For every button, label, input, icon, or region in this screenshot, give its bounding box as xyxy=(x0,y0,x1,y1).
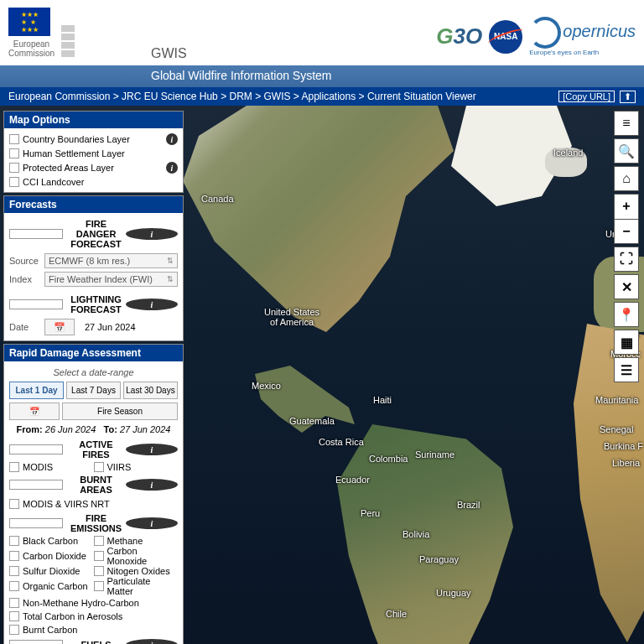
breadcrumb-link[interactable]: GWIS xyxy=(264,91,291,102)
info-icon[interactable]: i xyxy=(126,517,178,529)
ec-logo: ★ ★ ★★ ★★ ★ ★ European Commission xyxy=(8,8,75,58)
info-icon[interactable]: i xyxy=(126,299,178,310)
copy-url-button[interactable]: [Copy URL] xyxy=(558,91,615,102)
breadcrumb-link[interactable]: European Commission xyxy=(8,91,110,102)
calendar-button[interactable]: 📅 xyxy=(44,319,75,335)
date-label: Date xyxy=(9,322,41,332)
fe-checkbox[interactable] xyxy=(9,536,19,546)
fe-label: Methane xyxy=(107,536,143,546)
fire-danger-checkbox[interactable] xyxy=(9,229,63,239)
fuels-label: FUELS xyxy=(70,640,122,644)
index-label: Index xyxy=(9,274,41,284)
collapse-button[interactable]: ⬆ xyxy=(620,91,636,103)
fe-checkbox[interactable] xyxy=(94,581,104,591)
active-fires-checkbox[interactable] xyxy=(9,444,63,454)
gwis-short-title: GWIS xyxy=(151,46,187,61)
lightning-checkbox[interactable] xyxy=(9,299,63,309)
fire-emissions-checkbox[interactable] xyxy=(9,518,63,528)
partner-logos: G3O NASA opernicusEurope's eyes on Earth xyxy=(436,17,636,56)
calendar-range-button[interactable]: 📅 xyxy=(9,402,60,420)
grid-icon[interactable]: ▦ xyxy=(614,330,639,355)
burnt-areas-label: BURNT AREAS xyxy=(70,475,122,495)
map-tools: ≡🔍⌂+−⛶✕📍▦☰ xyxy=(614,111,639,385)
breadcrumb-link[interactable]: JRC EU Science Hub xyxy=(122,91,218,102)
rda-panel: Rapid Damage Assessment Select a date-ra… xyxy=(3,344,184,644)
map-options-header[interactable]: Map Options xyxy=(4,112,183,128)
header-white: ★ ★ ★★ ★★ ★ ★ European Commission GWIS G… xyxy=(0,0,644,65)
marker-icon[interactable]: 📍 xyxy=(614,302,639,327)
nasa-logo: NASA xyxy=(489,20,522,54)
fe-checkbox[interactable] xyxy=(9,581,19,591)
fe-label: Nitogen Oxides xyxy=(107,566,170,576)
breadcrumb-link[interactable]: Current Situation Viewer xyxy=(367,91,476,102)
forecasts-header[interactable]: Forecasts xyxy=(4,196,183,213)
layer-checkbox[interactable] xyxy=(9,148,19,158)
rda-header[interactable]: Rapid Damage Assessment xyxy=(4,345,183,361)
breadcrumb-link[interactable]: DRM xyxy=(229,91,252,102)
fullscreen-icon[interactable]: ⛶ xyxy=(614,247,639,272)
info-icon[interactable]: i xyxy=(126,228,178,240)
fe-checkbox[interactable] xyxy=(9,611,19,621)
layer-label: Human Settlement Layer xyxy=(23,148,125,158)
fe-label: Non-Methane Hydro-Carbon xyxy=(23,598,139,608)
date-range-display: From: 26 Jun 2024 To: 27 Jun 2024 xyxy=(9,422,178,437)
layer-label: Country Boundaries Layer xyxy=(23,134,130,144)
lightning-label: LIGHTNING FORECAST xyxy=(70,294,122,314)
zoom-in-icon[interactable]: + xyxy=(615,195,638,220)
burnt-areas-checkbox[interactable] xyxy=(9,480,63,490)
fe-label: Sulfur Dioxide xyxy=(23,566,80,576)
fe-checkbox[interactable] xyxy=(9,598,19,608)
af-checkbox[interactable] xyxy=(9,462,19,472)
info-icon[interactable]: i xyxy=(166,162,178,174)
fire-emissions-label: FIRE EMISSIONS xyxy=(70,513,122,533)
title-bar: Global Wildfire Information System xyxy=(0,65,644,87)
layer-checkbox[interactable] xyxy=(9,134,19,144)
breadcrumb-path[interactable]: European Commission > JRC EU Science Hub… xyxy=(8,91,476,102)
breadcrumb-link[interactable]: Applications xyxy=(302,91,356,102)
source-label: Source xyxy=(9,256,41,266)
index-select[interactable]: Fire Weather Index (FWI) xyxy=(44,272,178,287)
forecasts-panel: Forecasts FIRE DANGER FORECASTi SourceEC… xyxy=(3,195,184,341)
zoom-out-icon[interactable]: − xyxy=(615,220,638,244)
main-area: CanadaUnited States of AmericaIcelandMex… xyxy=(0,106,644,644)
fe-label: Organic Carbon xyxy=(23,581,88,591)
home-icon[interactable]: ⌂ xyxy=(614,166,639,191)
layer-checkbox[interactable] xyxy=(9,163,19,173)
fe-checkbox[interactable] xyxy=(94,566,104,576)
layer-label: CCI Landcover xyxy=(23,177,84,187)
ba-opt-checkbox[interactable] xyxy=(9,499,19,509)
af-checkbox[interactable] xyxy=(94,462,104,472)
layer-checkbox[interactable] xyxy=(9,177,19,187)
fire-season-button[interactable]: Fire Season xyxy=(62,402,178,420)
fe-checkbox[interactable] xyxy=(94,536,104,546)
fe-label: Total Carbon in Aerosols xyxy=(23,611,122,621)
fuels-checkbox[interactable] xyxy=(9,640,63,644)
zoom-control: +− xyxy=(614,194,639,244)
menu-icon[interactable]: ≡ xyxy=(614,111,639,136)
list-icon[interactable]: ☰ xyxy=(614,357,639,382)
fe-label: Particulate Matter xyxy=(107,576,179,596)
search-icon[interactable]: 🔍 xyxy=(614,138,639,164)
geo-logo: G3O xyxy=(436,23,482,49)
breadcrumb: European Commission > JRC EU Science Hub… xyxy=(0,87,644,106)
copernicus-logo: opernicusEurope's eyes on Earth xyxy=(529,17,636,56)
range-button[interactable]: Last 1 Day xyxy=(9,382,64,399)
date-range-hint: Select a date-range xyxy=(9,365,178,380)
info-icon[interactable]: i xyxy=(166,133,178,145)
shuffle-icon[interactable]: ✕ xyxy=(614,274,639,299)
range-button[interactable]: Last 30 Days xyxy=(123,382,178,399)
fe-label: Carbon Monoxide xyxy=(107,546,179,566)
info-icon[interactable]: i xyxy=(126,444,178,455)
source-select[interactable]: ECMWF (8 km res.) xyxy=(44,253,178,268)
fe-checkbox[interactable] xyxy=(9,566,19,576)
fe-checkbox[interactable] xyxy=(94,551,104,561)
info-icon[interactable]: i xyxy=(126,639,178,644)
fe-checkbox[interactable] xyxy=(9,551,19,561)
info-icon[interactable]: i xyxy=(126,479,178,491)
fe-checkbox[interactable] xyxy=(9,625,19,635)
range-button[interactable]: Last 7 Days xyxy=(66,382,121,399)
eu-flag-icon: ★ ★ ★★ ★★ ★ ★ xyxy=(8,8,50,36)
active-fires-label: ACTIVE FIRES xyxy=(70,439,122,460)
map-options-panel: Map Options Country Boundaries LayeriHum… xyxy=(3,111,184,193)
af-label: VIIRS xyxy=(107,462,132,472)
